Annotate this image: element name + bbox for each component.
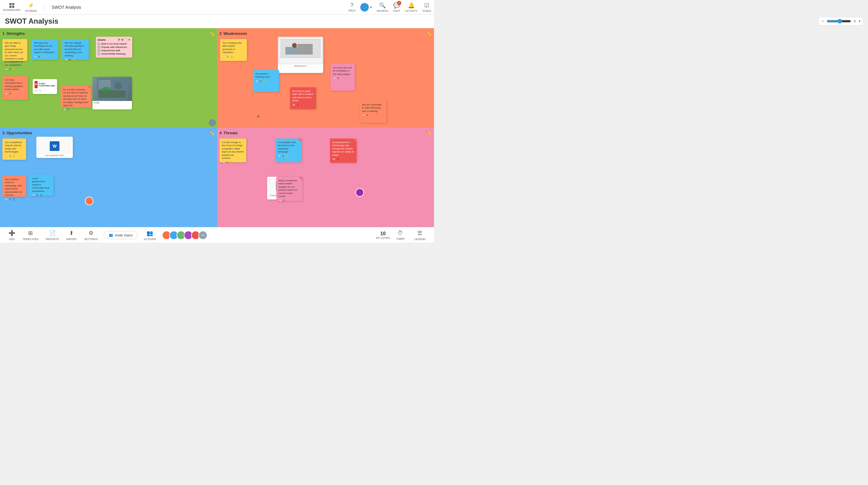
photo-placeholder	[93, 77, 132, 101]
sticky-note[interactable]: We can change direction quickly if we fi…	[62, 39, 89, 60]
quadrant-weaknesses: 2 Weaknesses ✏️ Our company has little m…	[217, 28, 434, 128]
my-votes-label: MY VOTES	[376, 236, 390, 239]
templates-icon: ⊞	[28, 230, 33, 236]
q3-edit-icon[interactable]: ✏️	[209, 130, 215, 136]
reports-icon: 📄	[49, 230, 56, 236]
invite-label: Invite Users	[115, 233, 132, 237]
tasks-nav[interactable]: ☑ TASKS	[422, 2, 431, 12]
chat-nav[interactable]: 💬 1 CHAT	[393, 2, 400, 12]
dashboard-label: DASHBOARD	[3, 8, 20, 11]
actions-button[interactable]: 👥 ACTIONS	[140, 227, 159, 243]
q3-header: 3 Opportunities ✏️	[2, 130, 215, 136]
timer-icon: ⏱	[398, 230, 403, 236]
activity-nav[interactable]: 🔔 ACTIVITY	[405, 2, 417, 12]
avatar-chevron: ▾	[370, 5, 372, 9]
svg-point-4	[102, 87, 111, 93]
avatar	[360, 3, 369, 11]
sticky-note[interactable]: Our cash flow will be unreliable in the …	[331, 64, 355, 91]
actions-label: ACTIONS	[144, 238, 156, 241]
sticky-note[interactable]: We have a small staff, with a shallow sk…	[290, 87, 316, 109]
chat-badge: 1	[397, 1, 401, 5]
sticky-note[interactable]: As a small company, we are able to respo…	[61, 86, 91, 108]
checklist-card[interactable]: Assets 📌 ⚙ 📋 ✕ Built in our local market…	[96, 37, 132, 58]
invite-users-button[interactable]: 👥 Invite Users	[104, 231, 138, 239]
settings-button[interactable]: ⚙ SETTINGS	[81, 227, 101, 243]
nav-right: ? HELP ▾ 🔍 SEARCH 💬 1 CHAT 🔔 ACTIVITY ☑	[348, 2, 431, 12]
sticky-note[interactable]: We are vulnerable to vital staff being s…	[360, 101, 386, 123]
timer-button[interactable]: ⏱ TIMER	[393, 230, 408, 240]
sticky-note[interactable]: Our lease is expiring soon 💬⬆😊	[253, 70, 279, 92]
file-card-ppt[interactable]: P Project Presentation.pptx 💬📎	[33, 79, 57, 94]
chat-icon: 💬 1	[393, 2, 400, 9]
page-title: SWOT Analysis	[5, 17, 58, 26]
reports-label: REPORTS	[46, 238, 59, 241]
help-nav[interactable]: ? HELP	[348, 2, 356, 12]
add-icon: ➕	[8, 230, 15, 236]
sticky-note[interactable]: Our competitors may be slow to adopt new…	[2, 138, 26, 160]
my-votes: 10 MY VOTES	[376, 231, 390, 239]
q1-title: Strengths	[6, 31, 25, 36]
photo-card[interactable]: Image	[93, 77, 132, 109]
extra-users-badge[interactable]: +1	[198, 231, 208, 240]
svg-point-8	[292, 43, 297, 48]
sticky-note[interactable]: A small change in the focus of a large c…	[220, 138, 246, 162]
storms-nav[interactable]: ⚡ STORMS	[25, 2, 37, 12]
settings-icon: ⚙	[89, 230, 93, 236]
sticky-note[interactable]: Our company has little market presence o…	[220, 39, 247, 61]
sticky-note[interactable]: Our business sector is expanding, with m…	[2, 175, 26, 197]
q2-edit-icon[interactable]: ✏️	[426, 31, 432, 36]
dashboard-nav[interactable]: DASHBOARD	[3, 3, 20, 11]
svg-point-2	[115, 82, 122, 90]
q2-number: 2	[220, 31, 222, 36]
nav-left: DASHBOARD ⚡ STORMS SWOT Analysis	[3, 2, 81, 12]
templates-button[interactable]: ⊞ TEMPLATES	[19, 227, 42, 243]
toolbar-right: 10 MY VOTES ⏱ TIMER ☰ LEGEND	[376, 230, 429, 241]
import-button[interactable]: ⬆ IMPORT	[62, 227, 81, 243]
legend-button[interactable]: ☰ LEGEND	[411, 230, 429, 241]
user-avatar-nav[interactable]: ▾	[360, 3, 372, 11]
checklist-item: Popular with influencers	[98, 46, 130, 48]
photo-label: Image	[93, 101, 132, 104]
q2-header: 2 Weaknesses ✏️	[220, 31, 432, 36]
search-label: SEARCH	[377, 9, 388, 12]
search-icon: 🔍	[379, 2, 386, 9]
user-avatars-group: +1	[162, 231, 208, 240]
storms-icon: ⚡	[28, 2, 34, 9]
sticky-note[interactable]: Our lead consultant has a strong reputat…	[2, 76, 28, 100]
q3-title: Opportunities	[6, 131, 32, 135]
whiteboard-card[interactable]: Whiteboard 4	[278, 37, 323, 73]
q4-header: 4 Threats ✏️	[220, 130, 432, 136]
q4-edit-icon[interactable]: ✏️	[426, 130, 432, 136]
sticky-note[interactable]: A competitor has launched a new marketin…	[275, 138, 302, 162]
board: 1 Strengths ✏️ We are able to give reall…	[0, 28, 434, 227]
whiteboard-placeholder	[278, 37, 323, 64]
legend-icon: ☰	[417, 230, 422, 236]
templates-label: TEMPLATES	[23, 238, 38, 241]
chat-label: CHAT	[393, 9, 400, 12]
add-label: ADD	[9, 238, 14, 241]
sticky-note[interactable]: We have low overheads so we can offer go…	[32, 39, 58, 60]
add-note-icon[interactable]: +	[256, 113, 260, 120]
whiteboard-label: Whiteboard 4	[278, 64, 323, 68]
sticky-note[interactable]: We are able to give really personal serv…	[2, 39, 27, 61]
q1-edit-icon[interactable]: ✏️	[209, 31, 215, 36]
add-button[interactable]: ➕ ADD	[5, 227, 19, 243]
legend-label: LEGEND	[414, 238, 426, 241]
search-nav[interactable]: 🔍 SEARCH	[377, 2, 388, 12]
storms-label: STORMS	[25, 9, 37, 12]
sticky-note[interactable]: Developments in technology may change th…	[330, 138, 356, 163]
sticky-note[interactable]: Local government wants to encourage loca…	[30, 174, 53, 196]
checklist-item: Social Media following	[98, 53, 130, 55]
timer-label: TIMER	[396, 237, 405, 240]
navbar: DASHBOARD ⚡ STORMS SWOT Analysis ? HELP …	[0, 0, 434, 14]
file-card-word[interactable]: W Any-Inspiration.docx	[36, 137, 73, 158]
reports-button[interactable]: 📄 REPORTS	[42, 227, 62, 243]
quadrant-opportunities: 3 Opportunities ✏️ Our competitors may b…	[0, 128, 217, 227]
quadrant-strengths: 1 Strengths ✏️ We are able to give reall…	[0, 28, 217, 128]
q4-title: Threats	[223, 131, 238, 135]
sticky-note[interactable]: Many companies have smaller budgets for …	[276, 177, 302, 201]
tasks-icon: ☑	[424, 2, 429, 9]
nav-title: SWOT Analysis	[52, 5, 81, 10]
import-label: IMPORT	[66, 238, 77, 241]
q3-number: 3	[2, 131, 5, 135]
